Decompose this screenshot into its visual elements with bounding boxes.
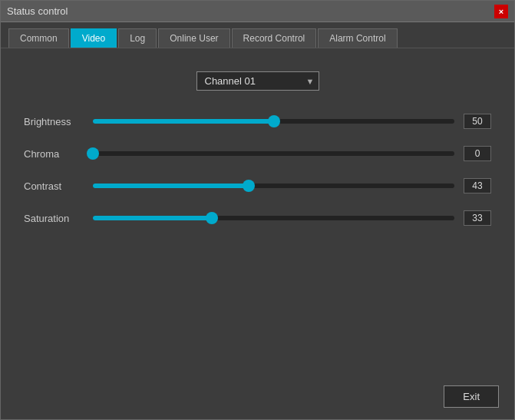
contrast-thumb[interactable]	[243, 180, 255, 192]
chroma-value: 0	[464, 146, 491, 161]
tab-online-user[interactable]: Online User	[158, 28, 229, 48]
saturation-track	[93, 216, 454, 220]
tab-bar: Common Video Log Online User Record Cont…	[1, 22, 514, 48]
title-bar: Status control ×	[1, 1, 514, 22]
brightness-track	[93, 119, 454, 124]
brightness-slider-container[interactable]	[93, 114, 454, 129]
chroma-track	[93, 151, 454, 156]
contrast-label: Contrast	[24, 180, 93, 192]
brightness-label: Brightness	[24, 116, 93, 127]
contrast-fill	[93, 184, 249, 188]
channel-select[interactable]: Channel 01 Channel 02 Channel 03 Channel…	[196, 71, 319, 91]
saturation-slider-container[interactable]	[93, 210, 454, 226]
chroma-slider-container[interactable]	[93, 146, 454, 161]
saturation-value: 33	[464, 210, 491, 226]
chroma-thumb[interactable]	[87, 147, 99, 160]
tab-video[interactable]: Video	[71, 28, 117, 48]
brightness-row: Brightness 50	[24, 114, 491, 129]
footer: Exit	[1, 378, 514, 419]
channel-select-wrapper: Channel 01 Channel 02 Channel 03 Channel…	[196, 71, 319, 91]
saturation-row: Saturation 33	[24, 210, 491, 226]
main-window: Status control × Common Video Log Online…	[0, 0, 515, 420]
chroma-label: Chroma	[24, 148, 93, 160]
saturation-label: Saturation	[24, 213, 93, 224]
brightness-thumb[interactable]	[268, 115, 280, 127]
content-area: Channel 01 Channel 02 Channel 03 Channel…	[1, 48, 514, 378]
contrast-track	[93, 184, 454, 188]
window-title: Status control	[7, 5, 68, 17]
contrast-row: Contrast 43	[24, 178, 491, 193]
contrast-slider-container[interactable]	[93, 178, 454, 193]
close-button[interactable]: ×	[494, 5, 508, 18]
chroma-row: Chroma 0	[24, 146, 491, 161]
tab-record-control[interactable]: Record Control	[232, 28, 317, 48]
tab-log[interactable]: Log	[118, 28, 157, 48]
tab-alarm-control[interactable]: Alarm Control	[318, 28, 397, 48]
saturation-thumb[interactable]	[206, 212, 218, 224]
saturation-fill	[93, 216, 212, 220]
contrast-value: 43	[464, 178, 491, 193]
brightness-fill	[93, 119, 274, 124]
brightness-value: 50	[464, 114, 491, 129]
exit-button[interactable]: Exit	[444, 385, 499, 408]
tab-common[interactable]: Common	[8, 28, 69, 48]
channel-row: Channel 01 Channel 02 Channel 03 Channel…	[24, 71, 491, 91]
